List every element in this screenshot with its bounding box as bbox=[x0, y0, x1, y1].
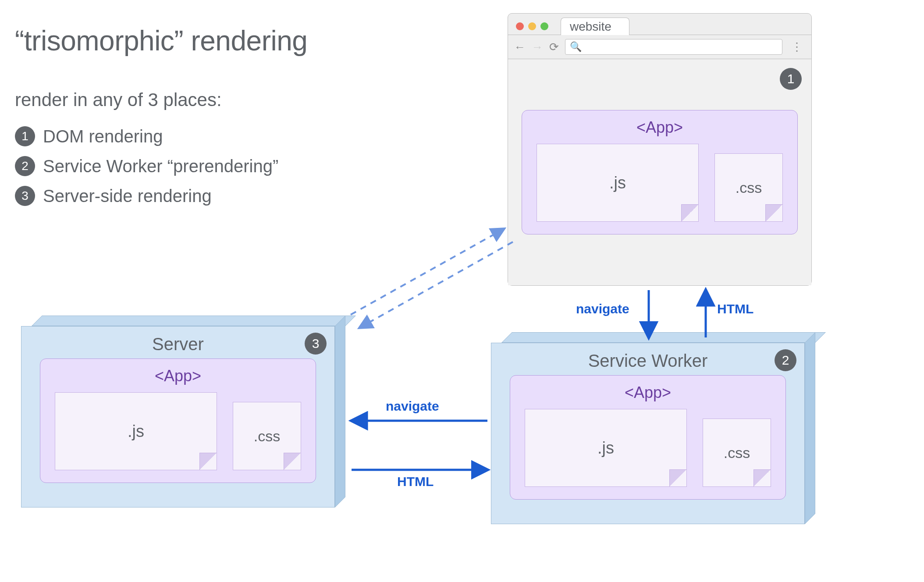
traffic-lights bbox=[516, 22, 548, 30]
file-row: .js .css bbox=[522, 409, 773, 487]
url-bar: 🔍 bbox=[565, 39, 782, 55]
number-badge: 3 bbox=[305, 333, 327, 355]
places-list: 1 DOM rendering 2 Service Worker “preren… bbox=[15, 126, 278, 206]
svg-line-4 bbox=[351, 229, 504, 315]
number-badge: 1 bbox=[780, 68, 802, 90]
number-badge: 2 bbox=[775, 349, 796, 371]
close-icon bbox=[516, 22, 524, 30]
app-title: <App> bbox=[155, 367, 201, 385]
list-item: 3 Server-side rendering bbox=[15, 186, 278, 206]
browser-toolbar: ← → ⟳ 🔍 ⋮ bbox=[508, 35, 811, 59]
number-badge: 3 bbox=[15, 186, 35, 206]
browser-tab: website bbox=[561, 18, 629, 35]
diagram-subtitle: render in any of 3 places: bbox=[15, 89, 222, 110]
arrow-label-html: HTML bbox=[717, 302, 753, 316]
arrow-label-navigate: navigate bbox=[576, 302, 629, 316]
css-file-icon: .css bbox=[233, 402, 301, 470]
css-file-icon: .css bbox=[703, 419, 771, 487]
file-row: .js .css bbox=[53, 392, 303, 470]
number-badge: 2 bbox=[15, 156, 35, 176]
minimize-icon bbox=[528, 22, 536, 30]
app-component: <App> .js .css bbox=[522, 110, 798, 234]
browser-viewport: 1 <App> .js .css bbox=[508, 59, 811, 285]
box-title: Service Worker bbox=[588, 351, 708, 371]
js-file-icon: .js bbox=[55, 392, 217, 470]
list-item: 1 DOM rendering bbox=[15, 126, 278, 146]
arrow-label-navigate: navigate bbox=[386, 399, 439, 414]
js-file-icon: .js bbox=[537, 144, 699, 222]
app-component: <App> .js .css bbox=[40, 358, 316, 483]
back-icon: ← bbox=[514, 40, 526, 54]
arrow-label-html: HTML bbox=[397, 474, 434, 489]
app-component: <App> .js .css bbox=[510, 375, 786, 500]
js-file-icon: .js bbox=[525, 409, 687, 487]
number-badge: 1 bbox=[15, 126, 35, 146]
list-item-label: Server-side rendering bbox=[43, 186, 212, 206]
search-icon: 🔍 bbox=[570, 41, 582, 53]
box-title: Server bbox=[152, 334, 204, 354]
server-box: Server 3 <App> .js .css bbox=[21, 316, 345, 507]
menu-icon: ⋮ bbox=[789, 40, 805, 54]
list-item: 2 Service Worker “prerendering” bbox=[15, 156, 278, 176]
diagram-title: “trisomorphic” rendering bbox=[15, 25, 307, 57]
browser-window: website ← → ⟳ 🔍 ⋮ 1 <App> .js .css bbox=[508, 13, 812, 286]
list-item-label: DOM rendering bbox=[43, 127, 163, 146]
forward-icon: → bbox=[532, 40, 543, 54]
app-title: <App> bbox=[625, 383, 671, 402]
svg-line-5 bbox=[359, 242, 513, 328]
list-item-label: Service Worker “prerendering” bbox=[43, 156, 278, 176]
reload-icon: ⟳ bbox=[549, 40, 559, 54]
browser-titlebar: website bbox=[508, 14, 811, 35]
app-title: <App> bbox=[636, 118, 683, 137]
service-worker-box: Service Worker 2 <App> .js .css bbox=[491, 332, 815, 524]
css-file-icon: .css bbox=[714, 153, 783, 222]
file-row: .js .css bbox=[534, 144, 785, 222]
maximize-icon bbox=[540, 22, 548, 30]
